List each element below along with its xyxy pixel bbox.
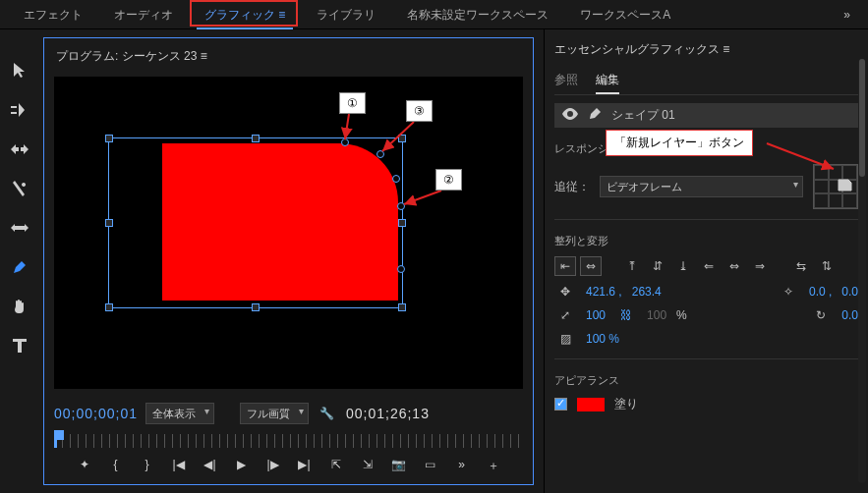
- export-frame-button[interactable]: 📷: [388, 458, 410, 474]
- position-x[interactable]: 421.6 ,: [586, 285, 622, 299]
- bezier-node[interactable]: [341, 138, 349, 146]
- zoom-select[interactable]: 全体表示: [145, 403, 214, 424]
- go-to-in-button[interactable]: |◀: [168, 458, 190, 474]
- scale-pct-label: %: [676, 308, 687, 322]
- fill-label: 塗り: [614, 396, 638, 412]
- egp-tab-edit[interactable]: 編集: [596, 68, 619, 94]
- svg-line-2: [404, 191, 441, 204]
- track-select-tool[interactable]: [8, 98, 31, 122]
- svg-line-0: [345, 114, 349, 139]
- follow-select[interactable]: ビデオフレーム: [600, 176, 803, 197]
- fill-enable-checkbox[interactable]: [554, 398, 567, 411]
- essential-graphics-title: エッセンシャルグラフィックス ≡: [554, 37, 858, 68]
- align-center-h-icon[interactable]: ⇔: [580, 256, 602, 276]
- distribute-h-icon[interactable]: ⇆: [790, 256, 812, 276]
- go-to-out-button[interactable]: ▶|: [294, 458, 316, 474]
- layer-type-icon: [588, 107, 602, 124]
- tab-effects[interactable]: エフェクト: [8, 0, 98, 29]
- follow-label: 追従：: [554, 179, 590, 195]
- panel-scrollbar[interactable]: [858, 59, 866, 483]
- align-transform-title: 整列と変形: [554, 234, 858, 248]
- position-y[interactable]: 263.4: [632, 285, 662, 299]
- bezier-node[interactable]: [397, 202, 405, 210]
- bezier-node[interactable]: [376, 150, 384, 158]
- opacity-icon: ▨: [554, 329, 576, 349]
- program-viewport[interactable]: ① ③ ②: [54, 77, 523, 389]
- program-monitor-panel: プログラム: シーケンス 23 ≡: [39, 29, 544, 493]
- selection-tool[interactable]: [8, 59, 31, 82]
- tool-strip: [0, 29, 39, 493]
- annotation-callout-newlayer: 「新規レイヤー」ボタン: [606, 130, 753, 156]
- tabs-overflow-button[interactable]: »: [834, 8, 860, 22]
- new-layer-button[interactable]: [837, 177, 854, 195]
- bezier-node[interactable]: [397, 265, 405, 273]
- scale-h: 100: [647, 308, 666, 322]
- play-button[interactable]: ▶: [231, 458, 253, 474]
- mark-out-button[interactable]: }: [137, 458, 158, 474]
- align-buttons: ⇤ ⇔ ⤒ ⇵ ⤓ ⇐ ⇔ ⇒ ⇆ ⇅: [554, 256, 858, 276]
- ripple-edit-tool[interactable]: [8, 137, 31, 161]
- workspace-tabs: エフェクト オーディオ グラフィック ≡ ライブラリ 名称未設定ワークスペース …: [0, 0, 868, 29]
- appearance-title: アピアランス: [554, 373, 858, 388]
- align-hleft-icon[interactable]: ⇐: [698, 256, 720, 276]
- razor-tool[interactable]: [8, 177, 31, 200]
- compare-button[interactable]: ▭: [420, 458, 441, 474]
- quality-select[interactable]: フル画質: [240, 403, 309, 424]
- add-marker-button[interactable]: ✦: [74, 458, 95, 474]
- align-bottom-icon[interactable]: ⤓: [672, 256, 694, 276]
- lift-button[interactable]: ⇱: [325, 458, 347, 474]
- visibility-toggle-icon[interactable]: [562, 108, 578, 123]
- layer-row[interactable]: シェイプ 01: [554, 103, 858, 128]
- opacity-value[interactable]: 100 %: [586, 332, 619, 346]
- type-tool[interactable]: [8, 334, 31, 357]
- egp-tab-browse[interactable]: 参照: [554, 68, 578, 94]
- slip-tool[interactable]: [8, 216, 31, 240]
- align-top-icon[interactable]: ⤒: [621, 256, 643, 276]
- hand-tool[interactable]: [8, 295, 31, 318]
- tab-audio[interactable]: オーディオ: [98, 0, 189, 29]
- anchor-icon: ✧: [778, 282, 799, 301]
- tab-graphics-label: グラフィック: [204, 8, 275, 22]
- pen-tool[interactable]: [8, 255, 31, 279]
- link-icon[interactable]: ⛓: [615, 305, 637, 325]
- align-hright-icon[interactable]: ⇒: [749, 256, 771, 276]
- layer-name[interactable]: シェイプ 01: [611, 107, 675, 124]
- essential-graphics-panel: エッセンシャルグラフィックス ≡ 参照 編集 シェイプ 01 レスポンシブデザイ…: [544, 29, 868, 493]
- scale-icon: ⤢: [554, 305, 576, 325]
- wrench-icon[interactable]: 🔧: [317, 404, 338, 423]
- selection-bounding-box[interactable]: [108, 137, 403, 308]
- anchor-x[interactable]: 0.0 ,: [809, 285, 832, 299]
- timecode-in[interactable]: 00;00;00;01: [54, 406, 138, 421]
- transport-buttons: ✦ { } |◀ ◀| ▶ |▶ ▶| ⇱ ⇲ 📷 ▭ » ＋: [54, 458, 523, 474]
- align-vcenter-icon[interactable]: ⇵: [647, 256, 668, 276]
- tab-unnamed-workspace[interactable]: 名称未設定ワークスペース: [391, 0, 564, 29]
- program-monitor-title: プログラム: シーケンス 23 ≡: [54, 44, 523, 73]
- align-hcenter-icon[interactable]: ⇔: [723, 256, 745, 276]
- tab-workspace-a[interactable]: ワークスペースA: [564, 0, 686, 29]
- time-ruler[interactable]: [54, 434, 523, 448]
- timecode-out: 00;01;26;13: [346, 406, 430, 421]
- fill-color-swatch[interactable]: [577, 398, 605, 411]
- tab-graphics[interactable]: グラフィック ≡: [189, 0, 301, 29]
- tab-library[interactable]: ライブラリ: [301, 0, 391, 29]
- bezier-node[interactable]: [392, 175, 400, 183]
- transport-bar: 00;00;00;01 全体表示 フル画質 🔧 00;01;26;13: [54, 403, 523, 424]
- step-back-button[interactable]: ◀|: [200, 458, 221, 474]
- scale-w[interactable]: 100: [586, 308, 606, 322]
- button-editor-button[interactable]: ＋: [483, 458, 504, 474]
- distribute-v-icon[interactable]: ⇅: [816, 256, 838, 276]
- rotation-value[interactable]: 0.0: [841, 308, 858, 322]
- annotation-callout-3: ③: [406, 100, 433, 122]
- extract-button[interactable]: ⇲: [357, 458, 378, 474]
- annotation-callout-2: ②: [435, 169, 462, 191]
- align-left-icon[interactable]: ⇤: [554, 256, 576, 276]
- step-forward-button[interactable]: |▶: [262, 458, 284, 474]
- mark-in-button[interactable]: {: [105, 458, 127, 474]
- more-transport-button[interactable]: »: [451, 458, 473, 474]
- position-icon: ✥: [554, 282, 576, 301]
- anchor-y[interactable]: 0.0: [841, 285, 858, 299]
- rotation-icon: ↻: [810, 305, 832, 325]
- annotation-callout-1: ①: [339, 92, 366, 114]
